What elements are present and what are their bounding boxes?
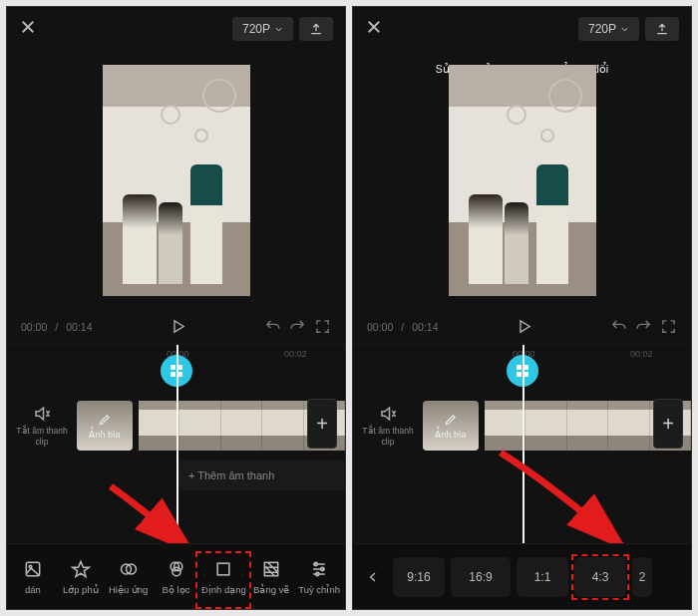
phone-left: 720P 00:00/00:14 xyxy=(6,6,346,610)
close-button[interactable] xyxy=(19,18,37,40)
video-preview[interactable] xyxy=(449,65,596,296)
cover-label: Ảnh bìa xyxy=(89,430,120,440)
tool-bar: dán Lớp phủ Hiệu ứng Bộ lọc Định dạng xyxy=(7,543,345,609)
add-audio-button[interactable]: + Thêm âm thanh xyxy=(178,461,345,490)
aspect-1-1[interactable]: 1:1 xyxy=(517,557,568,597)
aspect-9-16[interactable]: 9:16 xyxy=(393,557,445,597)
back-button[interactable] xyxy=(359,557,387,597)
aspect-ratio-bar: 9:16 16:9 1:1 4:3 2 xyxy=(353,543,691,609)
mute-clip-button[interactable]: Tắt âm thanh clip xyxy=(353,405,423,446)
tool-overlay[interactable]: Lớp phủ xyxy=(57,559,105,595)
hatch-icon xyxy=(261,559,281,579)
export-button[interactable] xyxy=(299,17,333,41)
add-clip-button[interactable]: + xyxy=(307,399,337,449)
tool-dan[interactable]: dán xyxy=(9,559,57,595)
svg-point-6 xyxy=(172,567,179,575)
time-current: 00:00 xyxy=(21,321,47,333)
ruler-mark: 00:02 xyxy=(284,349,307,359)
tool-effects[interactable]: Hiệu ứng xyxy=(105,559,153,595)
play-button[interactable] xyxy=(516,318,532,337)
speaker-icon xyxy=(379,405,397,423)
tool-canvas[interactable]: Bảng vẽ xyxy=(247,559,295,595)
image-icon xyxy=(23,559,43,579)
phone-right: 720P Sử dụng cả hai ngón tay để thay đổi… xyxy=(352,6,692,610)
aspect-4-3[interactable]: 4:3 xyxy=(574,557,626,597)
playback-controls: 00:00/00:14 xyxy=(7,310,345,344)
redo-button[interactable] xyxy=(635,318,652,337)
undo-button[interactable] xyxy=(264,318,281,337)
timeline[interactable]: 00:00 00:02 Tắt âm thanh clip Ảnh bìa xyxy=(353,344,691,543)
mute-clip-button[interactable]: Tắt âm thanh clip xyxy=(7,405,77,446)
svg-rect-8 xyxy=(265,562,278,575)
resolution-label: 720P xyxy=(242,22,270,36)
time-total: 00:14 xyxy=(66,321,92,333)
fullscreen-button[interactable] xyxy=(660,318,677,337)
star-icon xyxy=(71,559,91,579)
tool-format[interactable]: Định dạng xyxy=(199,559,247,595)
video-preview[interactable] xyxy=(103,65,250,296)
ruler-mark: 00:02 xyxy=(630,349,653,359)
add-clip-button[interactable]: + xyxy=(653,399,683,449)
timeline[interactable]: 00:00 00:02 Tắt âm thanh clip Ảnh bìa xyxy=(7,344,345,543)
tool-filter[interactable]: Bộ lọc xyxy=(153,559,200,595)
aspect-16-9[interactable]: 16:9 xyxy=(451,557,511,597)
chevron-down-icon xyxy=(620,25,629,34)
tool-adjust[interactable]: Tuỳ chỉnh xyxy=(295,559,343,595)
aspect-more[interactable]: 2 xyxy=(632,557,652,597)
undo-button[interactable] xyxy=(610,318,627,337)
play-button[interactable] xyxy=(170,318,186,337)
venn-icon xyxy=(167,559,186,579)
playback-controls: 00:00/00:14 xyxy=(353,310,691,344)
export-icon xyxy=(655,22,669,36)
playhead[interactable] xyxy=(176,345,178,543)
redo-button[interactable] xyxy=(289,318,306,337)
preview-area: Sử dụng cả hai ngón tay để thay đổi kích… xyxy=(353,51,691,310)
circles-icon xyxy=(119,559,139,579)
chevron-down-icon xyxy=(274,25,283,34)
preview-area xyxy=(7,51,345,310)
edit-icon xyxy=(98,413,112,427)
speaker-icon xyxy=(33,405,51,423)
export-button[interactable] xyxy=(645,17,679,41)
top-bar: 720P xyxy=(7,7,345,51)
time-current: 00:00 xyxy=(367,321,393,333)
sliders-icon xyxy=(309,559,329,579)
svg-rect-7 xyxy=(218,563,230,575)
edit-icon xyxy=(444,413,458,427)
close-button[interactable] xyxy=(365,18,383,40)
chevron-left-icon xyxy=(367,570,379,584)
mute-label-2: clip xyxy=(7,437,77,447)
resolution-button[interactable]: 720P xyxy=(578,17,639,41)
add-audio-label: + Thêm âm thanh xyxy=(188,469,274,481)
top-bar: 720P xyxy=(353,7,691,51)
time-total: 00:14 xyxy=(412,321,438,333)
square-icon xyxy=(213,559,233,579)
export-icon xyxy=(309,22,323,36)
resolution-label: 720P xyxy=(588,22,616,36)
playhead[interactable] xyxy=(523,345,524,543)
cover-thumbnail[interactable]: Ảnh bìa xyxy=(77,401,133,451)
cover-thumbnail[interactable]: Ảnh bìa xyxy=(423,401,479,451)
resolution-button[interactable]: 720P xyxy=(232,17,293,41)
mute-label-1: Tắt âm thanh xyxy=(7,426,77,436)
fullscreen-button[interactable] xyxy=(314,318,331,337)
